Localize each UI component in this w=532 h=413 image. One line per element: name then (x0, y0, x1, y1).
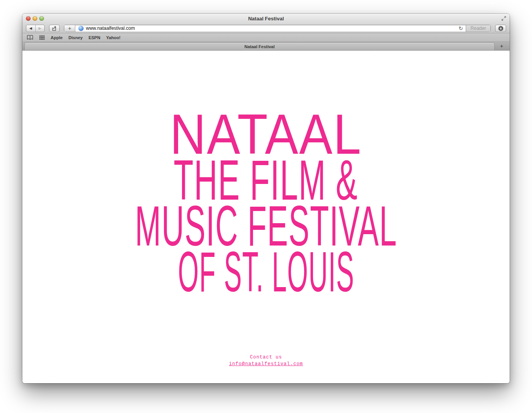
bookmark-item-yahoo[interactable]: Yahoo! (106, 35, 121, 40)
new-tab-button[interactable]: + (497, 42, 506, 50)
tab-title: Nataal Festival (244, 44, 275, 49)
bookmarks-book-icon[interactable] (27, 35, 33, 40)
back-button[interactable]: ◀ (26, 25, 35, 32)
minimize-button[interactable] (33, 16, 37, 21)
window-title: Nataal Festival (248, 16, 284, 22)
bookmarks-bar: Apple Disney ESPN Yahoo! (22, 33, 510, 42)
share-icon (51, 25, 57, 31)
safari-window: Nataal Festival ◀ ▶ + www.n (22, 14, 510, 383)
reload-icon[interactable]: ↻ (459, 26, 463, 31)
toolbar: ◀ ▶ + www.nataalfestival.com ↻ Reader (22, 24, 510, 33)
title-bar[interactable]: Nataal Festival (22, 14, 510, 24)
web-page-content: NATAAL THE FILM & MUSIC FESTIVAL OF ST. … (22, 51, 510, 383)
bookmark-item-disney[interactable]: Disney (69, 35, 83, 40)
nav-buttons: ◀ ▶ (26, 25, 45, 32)
wordmark-line-4: OF ST. LOUIS (178, 243, 354, 300)
nataal-wordmark: NATAAL THE FILM & MUSIC FESTIVAL OF ST. … (22, 51, 510, 289)
tab-nataal-festival[interactable]: Nataal Festival (24, 42, 495, 50)
globe-favicon-icon (78, 26, 84, 31)
url-input[interactable]: www.nataalfestival.com (86, 25, 456, 31)
traffic-lights (26, 16, 44, 21)
share-button[interactable] (49, 25, 60, 32)
address-bar[interactable]: + www.nataalfestival.com ↻ Reader (64, 25, 491, 32)
contact-section: Contact us info@nataalfestival.com (22, 354, 510, 368)
top-sites-grid-icon[interactable] (39, 35, 45, 40)
close-button[interactable] (26, 16, 31, 21)
tab-bar: Nataal Festival + (22, 42, 510, 51)
reader-button[interactable]: Reader (466, 25, 490, 32)
fullscreen-icon[interactable] (501, 16, 506, 21)
bookmark-item-apple[interactable]: Apple (51, 35, 63, 40)
download-icon (498, 25, 504, 31)
zoom-button[interactable] (39, 16, 44, 21)
bookmark-item-espn[interactable]: ESPN (89, 35, 100, 40)
downloads-button[interactable] (495, 25, 506, 32)
forward-button[interactable]: ▶ (35, 25, 45, 32)
contact-email-link[interactable]: info@nataalfestival.com (229, 361, 303, 367)
add-bookmark-button[interactable]: + (64, 25, 75, 32)
contact-label: Contact us (22, 354, 510, 361)
